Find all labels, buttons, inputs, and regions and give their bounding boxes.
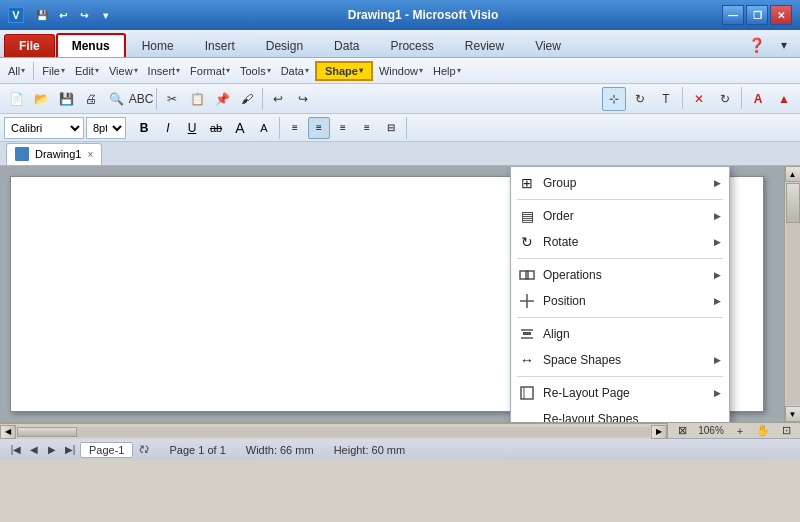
tab-process[interactable]: Process [375,34,448,57]
window-title: Drawing1 - Microsoft Visio [124,8,722,22]
save-quick-btn[interactable]: 💾 [33,6,51,24]
bold-btn[interactable]: B [133,117,155,139]
scroll-down-btn[interactable]: ▼ [785,406,801,422]
menu-view[interactable]: View ▾ [105,63,142,79]
underline-btn[interactable]: U [181,117,203,139]
page-tab-label[interactable]: Page-1 [80,442,133,458]
pointer-tool-btn[interactable]: ⊹ [602,87,626,111]
tab-data[interactable]: Data [319,34,374,57]
hscroll-track[interactable] [17,427,650,437]
menu-data[interactable]: Data ▾ [277,63,313,79]
ribbon-minimize-icon[interactable]: ▾ [772,33,796,57]
connection-tool-btn[interactable]: ↻ [628,87,652,111]
menu-item-space-shapes[interactable]: ↔ Space Shapes [511,347,729,373]
zoom-in-btn[interactable]: ✕ [687,87,711,111]
new-btn[interactable]: 📄 [4,87,28,111]
paste-btn[interactable]: 📌 [210,87,234,111]
window-controls[interactable]: — ❐ ✕ [722,5,792,25]
font-color-btn[interactable]: A [746,87,770,111]
undo-btn[interactable]: ↩ [266,87,290,111]
zoom-btn2[interactable]: ↻ [713,87,737,111]
format-painter-btn[interactable]: 🖌 [235,87,259,111]
align-left-btn[interactable]: ≡ [284,117,306,139]
tab-design[interactable]: Design [251,34,318,57]
scroll-left-btn[interactable]: ◀ [0,425,16,439]
quick-access-toolbar[interactable]: V 💾 ↩ ↪ ▾ [8,6,114,24]
text-tool-btn[interactable]: T [654,87,678,111]
zoom-percent-btn[interactable]: 106% [695,421,727,441]
copy-btn[interactable]: 📋 [185,87,209,111]
menu-item-position[interactable]: Position [511,288,729,314]
menu-all[interactable]: All ▾ [4,63,29,79]
align-right-btn[interactable]: ≡ [332,117,354,139]
fit-page-btn[interactable]: ⊠ [672,421,692,441]
justify-btn[interactable]: ≡ [356,117,378,139]
first-page-btn[interactable]: |◀ [8,442,24,458]
doc-tab-close-btn[interactable]: × [87,149,93,160]
tab-view[interactable]: View [520,34,576,57]
tab-home[interactable]: Home [127,34,189,57]
next-page-btn[interactable]: ▶ [44,442,60,458]
help-icon[interactable]: ❓ [744,33,768,57]
close-btn[interactable]: ✕ [770,5,792,25]
font-size-up-btn[interactable]: A [229,117,251,139]
restore-btn[interactable]: ❐ [746,5,768,25]
tab-insert[interactable]: Insert [190,34,250,57]
fill-color-btn[interactable]: ▲ [772,87,796,111]
scroll-track[interactable] [786,183,800,405]
undo-quick-btn[interactable]: ↩ [54,6,72,24]
save-btn[interactable]: 💾 [54,87,78,111]
menu-window[interactable]: Window ▾ [375,63,427,79]
align-center-btn[interactable]: ≡ [308,117,330,139]
menu-item-rotate[interactable]: ↻ Rotate [511,229,729,255]
font-family-select[interactable]: Calibri [4,117,84,139]
menu-item-order[interactable]: ▤ Order [511,203,729,229]
full-screen-btn[interactable]: ⊡ [776,421,796,441]
strikethrough-btn[interactable]: ab [205,117,227,139]
tab-review[interactable]: Review [450,34,519,57]
hscroll-thumb[interactable] [17,427,77,437]
print-btn[interactable]: 🖨 [79,87,103,111]
menu-item-operations[interactable]: Operations [511,262,729,288]
vertical-align-btn[interactable]: ⊟ [380,117,402,139]
page-nav[interactable]: |◀ ◀ ▶ ▶| Page-1 🗘 [8,442,149,458]
italic-btn[interactable]: I [157,117,179,139]
tab-menus[interactable]: Menus [56,33,126,57]
last-page-btn[interactable]: ▶| [62,442,78,458]
font-size-down-btn[interactable]: A [253,117,275,139]
pan-tool-btn[interactable]: ✋ [753,421,773,441]
redo-quick-btn[interactable]: ↪ [75,6,93,24]
scroll-thumb[interactable] [786,183,800,223]
menu-item-relayout-shapes[interactable]: Re-layout Shapes [511,406,729,422]
menu-insert[interactable]: Insert ▾ [144,63,185,79]
main-area: ⊞ Group ▤ Order ↻ Rotate Operations [0,166,800,422]
scroll-up-btn[interactable]: ▲ [785,166,801,182]
tab-file[interactable]: File [4,34,55,57]
spell-btn[interactable]: ABC [129,87,153,111]
menu-shape[interactable]: Shape ▾ [315,61,373,81]
preview-btn[interactable]: 🔍 [104,87,128,111]
open-btn[interactable]: 📂 [29,87,53,111]
minimize-btn[interactable]: — [722,5,744,25]
zoom-in-status-btn[interactable]: + [730,421,750,441]
menu-item-align[interactable]: Align [511,321,729,347]
font-size-select[interactable]: 8pt [86,117,126,139]
menu-format[interactable]: Format ▾ [186,63,234,79]
status-bar: |◀ ◀ ▶ ▶| Page-1 🗘 Page 1 of 1 Width: 66… [0,438,800,460]
menu-item-relayout-page[interactable]: Re-Layout Page [511,380,729,406]
horizontal-scrollbar[interactable]: ◀ ▶ [0,423,667,439]
qa-dropdown-btn[interactable]: ▾ [96,6,114,24]
redo-btn[interactable]: ↪ [291,87,315,111]
page-name: Page-1 [89,444,124,456]
menu-file[interactable]: File ▾ [38,63,69,79]
cut-btn[interactable]: ✂ [160,87,184,111]
menu-edit[interactable]: Edit ▾ [71,63,103,79]
menu-item-group[interactable]: ⊞ Group [511,170,729,196]
vertical-scrollbar[interactable]: ▲ ▼ [784,166,800,422]
document-tab[interactable]: Drawing1 × [6,143,102,165]
scroll-right-btn[interactable]: ▶ [651,425,667,439]
prev-page-btn[interactable]: ◀ [26,442,42,458]
menu-help[interactable]: Help ▾ [429,63,465,79]
menu-tools[interactable]: Tools ▾ [236,63,275,79]
canvas-area[interactable]: ⊞ Group ▤ Order ↻ Rotate Operations [0,166,784,422]
